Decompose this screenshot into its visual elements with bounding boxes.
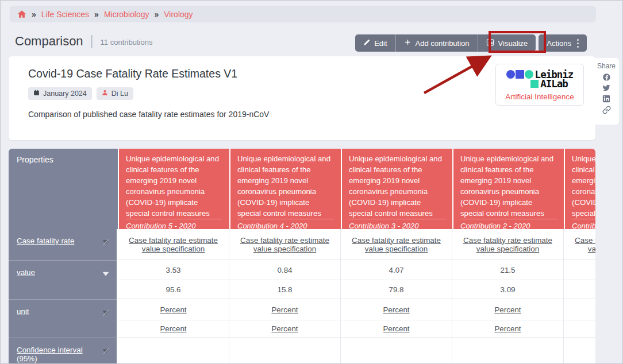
table-cell [564,299,595,320]
contribution-label: Contribution 4 - 2020 [237,219,334,230]
paper-title: Unique epidemiological and clinical feat… [572,153,595,219]
paper-title: Unique epidemiological and clinical feat… [126,153,222,219]
comparison-page: »Life Sciences»Microbiology»Virology Com… [0,0,623,364]
filter-off-icon[interactable] [102,347,110,357]
author-badge[interactable]: Di Lu [97,87,133,100]
breadcrumb: »Life Sciences»Microbiology»Virology [10,6,596,22]
table-row: 95.615.879.83.09 [118,280,595,299]
share-panel: Share [594,58,619,125]
comparison-card: Covid-19 Case Fatality Rate Estimates V1… [9,56,595,140]
contributions-count: 11 contributions [101,36,153,47]
table-header-row: PropertiesUnique epidemiological and cli… [9,149,595,229]
table-cell [341,338,452,364]
table-cell [564,260,595,280]
table-cell: 3.53 [118,260,229,280]
contribution-label: Contribution 3 - 2020 [349,219,445,230]
table-cell: 4.07 [341,260,452,280]
cell-resource-link[interactable]: Case fatality rate estimate value specif… [125,236,222,253]
table-cell [564,338,595,364]
properties-header: Properties [9,149,118,229]
twitter-icon[interactable] [602,84,611,92]
logo-teal-square [530,80,539,88]
breadcrumb-item-virology[interactable]: Virology [164,10,193,19]
table-cell: 15.8 [229,280,341,299]
facebook-icon[interactable] [602,73,611,81]
breadcrumb-item-life-sciences[interactable]: Life Sciences [41,10,89,19]
breadcrumb-separator-icon: » [154,10,159,19]
property-cell-value: value [9,260,117,299]
edit-button[interactable]: Edit [355,34,395,52]
leibniz-ailab-logo: Leibniz AILab Artificial Intelligence [495,64,584,106]
table-cell [564,280,595,299]
cell-resource-link[interactable]: Percent [160,305,186,314]
breadcrumb-separator-icon: » [94,10,99,19]
breadcrumb-item-microbiology[interactable]: Microbiology [104,10,149,19]
cell-resource-link[interactable]: Case fatality rate estimate value specif… [236,236,333,253]
page-header: Comparison | 11 contributions [15,33,152,49]
property-link-case-fatality-rate[interactable]: Case fatality rate [17,237,74,245]
comparison-description: Comparison of published case fatality ra… [28,110,595,119]
paper-title: Unique epidemiological and clinical feat… [237,153,334,219]
calendar-icon [33,90,40,98]
kebab-menu-icon [577,38,579,48]
table-cell [118,338,229,364]
comparison-table: PropertiesUnique epidemiological and cli… [9,149,595,364]
logo-text-line2: AILab [540,79,568,88]
table-row: 3.530.844.0721.5 [118,260,595,280]
cell-resource-link[interactable]: Percent [383,305,409,314]
person-icon [102,90,108,98]
breadcrumb-separator-icon: » [32,10,36,19]
table-cell: 95.6 [118,280,229,299]
property-cell-unit: unit [9,299,117,338]
table-cell [452,338,564,364]
table-cell [229,338,341,364]
table-cell: Case fatality rate estimate value specif… [118,229,229,260]
property-link-value[interactable]: value [17,268,35,277]
contribution-label: Contribution 2 - 2020 [460,219,557,230]
cell-resource-link[interactable]: Case fatality rate estimate value specif… [459,236,556,253]
home-icon[interactable] [17,10,26,18]
table-cell: Case fatality rate estimate value specif… [452,229,564,260]
contribution-label: Contribution 1 - 2020 [572,219,595,230]
cell-resource-link[interactable]: Percent [271,305,298,314]
table-cell: Case fatality rate estimate value specif… [341,229,452,260]
filter-active-icon[interactable] [102,269,110,280]
properties-column: Case fatality ratevalueunitConfidence in… [9,229,118,364]
cell-resource-link[interactable]: Case fatality rate estimate value specif… [571,236,595,253]
linkedin-icon[interactable] [602,95,610,103]
table-cell: Percent [118,320,229,338]
link-icon[interactable] [602,106,611,114]
filter-off-icon[interactable] [102,308,110,319]
logo-subtitle: Artificial Intelligence [505,92,574,101]
contribution-column-header[interactable]: Unique epidemiological and clinical feat… [118,149,229,229]
cell-resource-link[interactable]: Percent [383,324,409,333]
pencil-icon [363,39,370,48]
property-link-unit[interactable]: unit [17,307,29,316]
property-cell-confidence-interval-95: Confidence interval (95%) [9,338,117,364]
table-cell: Percent [118,299,229,320]
table-cell: Percent [229,299,341,320]
table-cell: Percent [452,299,564,320]
table-cell: Percent [452,320,564,338]
cell-resource-link[interactable]: Percent [160,324,186,333]
page-title: Comparison [15,34,83,49]
filter-off-icon[interactable] [102,238,110,248]
table-cell: Percent [341,299,452,320]
table-cell [564,320,595,338]
cell-resource-link[interactable]: Percent [494,324,521,333]
cell-resource-link[interactable]: Percent [494,305,521,314]
contribution-column-header[interactable]: Unique epidemiological and clinical feat… [564,149,595,229]
table-cell: 0.84 [229,260,341,280]
table-cell: Case fatality rate estimate value specif… [229,229,341,260]
table-row: PercentPercentPercentPercent [118,320,595,338]
contribution-column-header[interactable]: Unique epidemiological and clinical feat… [229,149,341,229]
contribution-column-header[interactable]: Unique epidemiological and clinical feat… [341,149,452,229]
table-cell: 3.09 [452,280,564,299]
contribution-column-header[interactable]: Unique epidemiological and clinical feat… [452,149,564,229]
add-contribution-button[interactable]: Add contribution [395,34,478,52]
date-badge: January 2024 [28,87,92,100]
cell-resource-link[interactable]: Percent [271,324,298,333]
property-link-confidence-interval-95[interactable]: Confidence interval (95%) [17,346,98,363]
logo-blue-circle [506,70,515,79]
cell-resource-link[interactable]: Case fatality rate estimate value specif… [348,236,445,253]
